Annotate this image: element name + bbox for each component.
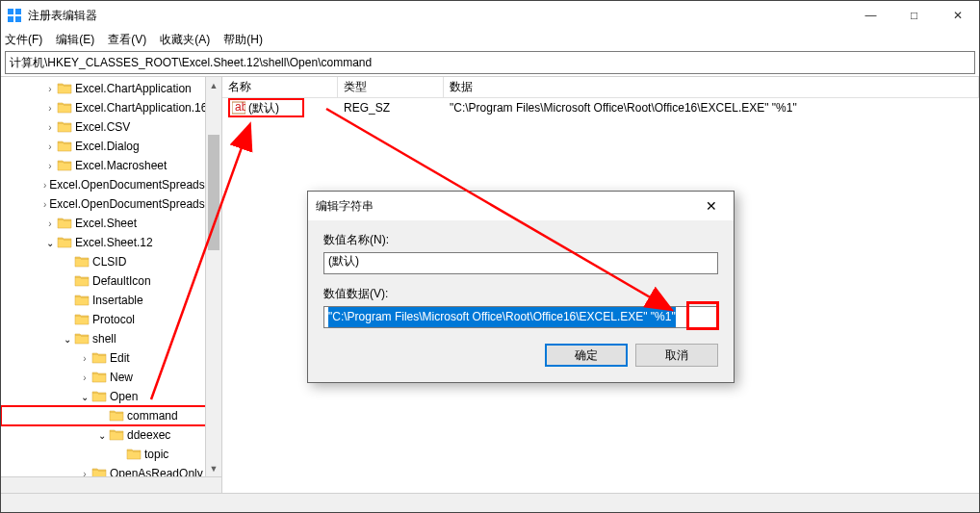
chevron-right-icon[interactable]: › bbox=[43, 103, 57, 114]
menu-file[interactable]: 文件(F) bbox=[5, 32, 42, 48]
tree-item-command[interactable]: command bbox=[1, 406, 221, 425]
chevron-right-icon[interactable]: › bbox=[43, 122, 57, 133]
value-data-label: 数值数据(V): bbox=[323, 286, 718, 302]
tree-label: Excel.CSV bbox=[75, 120, 130, 134]
menubar: 文件(F) 编辑(E) 查看(V) 收藏夹(A) 帮助(H) bbox=[1, 30, 979, 49]
maximize-button[interactable]: □ bbox=[892, 1, 936, 30]
address-text: 计算机\HKEY_CLASSES_ROOT\Excel.Sheet.12\she… bbox=[10, 55, 372, 71]
tree-label: Edit bbox=[110, 351, 130, 365]
folder-icon bbox=[74, 294, 90, 307]
tree-label: Excel.OpenDocumentSpreadsheet bbox=[49, 197, 222, 211]
chevron-down-icon[interactable]: ⌄ bbox=[43, 238, 57, 248]
col-type[interactable]: 类型 bbox=[338, 77, 444, 97]
edit-string-dialog: 编辑字符串 ✕ 数值名称(N): (默认) 数值数据(V): "C:\Progr… bbox=[307, 191, 735, 383]
tree-label: Excel.ChartApplication bbox=[75, 82, 192, 95]
folder-icon bbox=[57, 236, 72, 249]
chevron-right-icon[interactable]: › bbox=[43, 180, 46, 191]
menu-favorites[interactable]: 收藏夹(A) bbox=[160, 32, 210, 48]
tree-item-topic[interactable]: topic bbox=[1, 445, 221, 464]
folder-icon bbox=[57, 159, 72, 172]
tree-item-excel-chartapplication-16[interactable]: ›Excel.ChartApplication.16 bbox=[1, 98, 221, 117]
tree-item-new[interactable]: ›New bbox=[1, 368, 221, 387]
string-value-icon bbox=[232, 101, 245, 115]
tree-label: Excel.OpenDocumentSpreadsheet bbox=[49, 178, 222, 192]
list-header: 名称 类型 数据 bbox=[222, 77, 979, 98]
folder-icon bbox=[91, 390, 107, 403]
ok-button[interactable]: 确定 bbox=[545, 344, 628, 367]
col-data[interactable]: 数据 bbox=[444, 77, 979, 97]
address-bar[interactable]: 计算机\HKEY_CLASSES_ROOT\Excel.Sheet.12\she… bbox=[5, 51, 975, 74]
menu-edit[interactable]: 编辑(E) bbox=[56, 32, 94, 48]
tree-label: CLSID bbox=[92, 255, 126, 269]
tree-label: shell bbox=[92, 332, 116, 346]
col-name[interactable]: 名称 bbox=[222, 77, 338, 97]
tree-item-clsid[interactable]: CLSID bbox=[1, 252, 221, 271]
dialog-title: 编辑字符串 bbox=[316, 198, 697, 215]
menu-view[interactable]: 查看(V) bbox=[108, 32, 146, 48]
chevron-right-icon[interactable]: › bbox=[43, 161, 57, 171]
tree-scrollbar[interactable]: ▲ ▼ bbox=[205, 77, 221, 493]
folder-icon bbox=[91, 371, 107, 384]
chevron-right-icon[interactable]: › bbox=[43, 218, 57, 229]
chevron-down-icon[interactable]: ⌄ bbox=[61, 334, 74, 345]
tree-item-shell[interactable]: ⌄shell bbox=[1, 329, 221, 348]
chevron-right-icon[interactable]: › bbox=[43, 199, 46, 210]
chevron-right-icon[interactable]: › bbox=[78, 372, 91, 383]
scroll-thumb[interactable] bbox=[208, 135, 219, 250]
folder-icon bbox=[74, 255, 90, 269]
tree-item-excel-sheet[interactable]: ›Excel.Sheet bbox=[1, 214, 221, 233]
tree-label: Excel.Macrosheet bbox=[75, 159, 167, 172]
folder-icon bbox=[57, 82, 72, 95]
close-button[interactable]: ✕ bbox=[936, 1, 979, 30]
tree-item-excel-csv[interactable]: ›Excel.CSV bbox=[1, 117, 221, 137]
tree-label: Excel.Sheet.12 bbox=[75, 236, 153, 249]
chevron-right-icon[interactable]: › bbox=[43, 141, 57, 152]
value-name-input[interactable]: (默认) bbox=[323, 252, 718, 274]
chevron-down-icon[interactable]: ⌄ bbox=[95, 430, 109, 441]
tree-label: ddeexec bbox=[127, 428, 170, 442]
scroll-up-icon[interactable]: ▲ bbox=[206, 77, 221, 93]
tree-item-excel-macrosheet[interactable]: ›Excel.Macrosheet bbox=[1, 156, 221, 175]
folder-icon bbox=[57, 101, 72, 115]
tree-item-excel-dialog[interactable]: ›Excel.Dialog bbox=[1, 137, 221, 156]
tree-hscrollbar[interactable] bbox=[1, 476, 221, 493]
value-data-input[interactable]: "C:\Program Files\Microsoft Office\Root\… bbox=[323, 306, 718, 328]
param-highlight bbox=[686, 301, 719, 330]
dialog-titlebar[interactable]: 编辑字符串 ✕ bbox=[308, 192, 734, 220]
chevron-right-icon[interactable]: › bbox=[43, 84, 57, 94]
folder-icon bbox=[74, 313, 90, 326]
scroll-down-icon[interactable]: ▼ bbox=[206, 460, 221, 476]
tree-item-excel-chartapplication[interactable]: ›Excel.ChartApplication bbox=[1, 79, 221, 98]
folder-icon bbox=[57, 217, 72, 230]
chevron-right-icon[interactable]: › bbox=[78, 353, 91, 364]
tree-item-defaulticon[interactable]: DefaultIcon bbox=[1, 271, 221, 291]
value-data-cell: "C:\Program Files\Microsoft Office\Root\… bbox=[444, 101, 979, 115]
value-type-cell: REG_SZ bbox=[338, 101, 444, 115]
titlebar: 注册表编辑器 — □ ✕ bbox=[1, 1, 979, 30]
tree-label: Excel.ChartApplication.16 bbox=[75, 101, 207, 115]
minimize-button[interactable]: — bbox=[849, 1, 892, 30]
window-title: 注册表编辑器 bbox=[28, 8, 849, 24]
tree-item-protocol[interactable]: Protocol bbox=[1, 310, 221, 329]
tree-label: Excel.Dialog bbox=[75, 140, 140, 153]
tree-item-excel-sheet-12[interactable]: ⌄Excel.Sheet.12 bbox=[1, 233, 221, 252]
regedit-icon bbox=[7, 8, 22, 23]
tree-item-excel-opendocumentspreadsheet[interactable]: ›Excel.OpenDocumentSpreadsheet bbox=[1, 175, 221, 194]
statusbar bbox=[1, 493, 979, 512]
tree-item-excel-opendocumentspreadsheet[interactable]: ›Excel.OpenDocumentSpreadsheet bbox=[1, 194, 221, 214]
folder-icon bbox=[109, 409, 124, 423]
tree-item-edit[interactable]: ›Edit bbox=[1, 348, 221, 368]
chevron-down-icon[interactable]: ⌄ bbox=[78, 392, 91, 402]
value-name-cell: (默认) bbox=[222, 98, 338, 117]
tree-item-open[interactable]: ⌄Open bbox=[1, 387, 221, 406]
tree-item-insertable[interactable]: Insertable bbox=[1, 291, 221, 310]
list-row-default[interactable]: (默认) REG_SZ "C:\Program Files\Microsoft … bbox=[222, 98, 979, 117]
dialog-close-button[interactable]: ✕ bbox=[697, 198, 726, 214]
tree-pane: ›Excel.ChartApplication›Excel.ChartAppli… bbox=[1, 77, 222, 493]
menu-help[interactable]: 帮助(H) bbox=[223, 32, 263, 48]
folder-icon bbox=[126, 448, 142, 461]
cancel-button[interactable]: 取消 bbox=[635, 344, 718, 367]
tree-item-ddeexec[interactable]: ⌄ddeexec bbox=[1, 425, 221, 445]
folder-icon bbox=[74, 332, 90, 346]
value-name: (默认) bbox=[248, 100, 279, 116]
